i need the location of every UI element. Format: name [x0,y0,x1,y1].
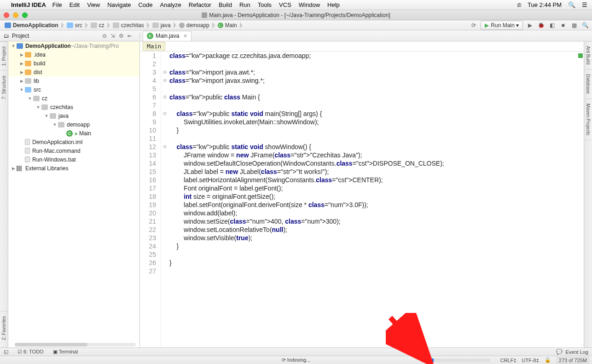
disclosure-triangle-icon[interactable]: ▼ [36,105,41,110]
disclosure-triangle-icon[interactable]: ▼ [28,96,32,101]
disclosure-triangle-icon[interactable]: ▼ [44,114,49,118]
expand-icon[interactable]: ⇲ [110,33,115,39]
disclosure-triangle-icon[interactable]: ▼ [52,122,57,127]
tree-row[interactable]: ▶lib [8,76,139,85]
tree-label: cz [42,95,47,102]
disclosure-triangle-icon[interactable]: ▶ [19,61,24,66]
close-window-button[interactable] [4,12,9,18]
debug-button[interactable]: 🐞 [537,21,545,29]
tree-label: External Libraries [25,165,68,172]
disclosure-triangle-icon[interactable]: ▶ [19,79,24,83]
clock[interactable]: Tue 2:44 PM [528,1,562,8]
code-editor[interactable]: Main 1 2 3 4 5 6 7 8 9 10 11 12 13 14 15… [140,41,584,347]
tab-event-log[interactable]: Event Log [565,349,588,355]
tree-row[interactable]: ▼java [8,111,139,120]
tree-row[interactable]: Run-Windows.bat [8,155,139,164]
line-separator[interactable]: CRLF‡ [500,358,517,363]
tab-ant-build[interactable]: Ant Build [585,41,592,69]
run-config-selector[interactable]: ▶Run Main ▾ [481,21,523,30]
tree-row[interactable]: ▼demoapp [8,120,139,129]
fold-gutter[interactable]: ⊖ ⊖ ⊖ ⊖ ⊖ [161,52,168,347]
tab-favorites[interactable]: 2: Favorites [0,311,7,345]
line-number-gutter[interactable]: 1 2 3 4 5 6 7 8 9 10 11 12 13 14 15 16 1… [140,52,161,347]
menu-view[interactable]: View [87,1,100,8]
tree-row[interactable]: ▼czechitas [8,103,139,111]
readonly-lock-icon[interactable]: 🔓 [545,357,551,363]
breadcrumb-demoapplication[interactable]: DemoApplication [3,21,61,29]
tab-maven[interactable]: Maven Projects [585,99,592,140]
breadcrumb-cz[interactable]: cz [89,21,107,29]
tab-structure[interactable]: 7: Structure [0,70,7,104]
sync-icon[interactable]: ⟳ [470,21,478,29]
tab-terminal[interactable]: ▣ Terminal [53,349,78,355]
tree-label: Main [79,130,91,137]
breadcrumb-src[interactable]: src [65,21,85,29]
menu-help[interactable]: Help [327,1,340,8]
folder-icon [113,23,119,28]
tree-row[interactable]: ▶build [8,59,139,68]
menu-list-icon[interactable]: ☰ [582,1,587,8]
tab-todo[interactable]: ☑ 6: TODO [17,349,44,355]
left-toolwindow-stripe: 1: Project 7: Structure 2: Favorites [0,41,8,347]
menu-edit[interactable]: Edit [70,1,80,8]
menu-refactor[interactable]: Refactor [189,1,211,8]
screen-share-icon[interactable]: ⎚ [517,1,521,8]
breadcrumb-demoapp[interactable]: demoapp [177,21,212,29]
macos-menubar: IntelliJ IDEA File Edit View Navigate Co… [0,0,592,10]
tree-horizontal-scrollbar[interactable] [15,343,136,347]
project-tree[interactable]: ▼DemoApplication ~/Java-Training/Pro▶.id… [8,41,140,347]
menu-analyze[interactable]: Analyze [160,1,181,8]
disclosure-triangle-icon[interactable]: ▼ [11,44,16,48]
editor-crumb-main[interactable]: Main [143,42,165,51]
tree-row[interactable]: ▼src [8,85,139,94]
code-text[interactable]: class="kw">package cz.czechitas.java.dem… [168,52,444,347]
disclosure-triangle-icon[interactable]: ▶ [19,70,24,75]
disclosure-triangle-icon[interactable]: ▶ [19,52,24,57]
event-log-icon[interactable]: 💬 [556,349,563,355]
menu-window[interactable]: Window [299,1,320,8]
module-icon [5,23,11,28]
tree-row[interactable]: ▼cz [8,94,139,103]
collapse-all-icon[interactable]: ⊖ [102,33,107,39]
inspection-status-icon[interactable] [578,53,583,58]
tree-row[interactable]: DemoApplication.iml [8,138,139,146]
hide-toolwindow-icon[interactable]: ⇤ [128,33,132,39]
menu-build[interactable]: Build [219,1,232,8]
tree-row[interactable]: ▶dist [8,68,139,76]
coverage-button[interactable]: ◧ [548,21,556,29]
tree-row[interactable]: ▶External Libraries [8,164,139,173]
zoom-window-button[interactable] [22,12,28,18]
tab-database[interactable]: Database [585,69,592,99]
run-button[interactable]: ▶ [526,21,534,29]
class-icon: C [66,130,73,137]
menu-file[interactable]: File [52,1,62,8]
bottom-corner-icon[interactable]: ◱ [4,349,8,355]
menu-navigate[interactable]: Navigate [107,1,131,8]
app-name[interactable]: IntelliJ IDEA [11,1,46,8]
minimize-window-button[interactable] [13,12,18,18]
tab-project[interactable]: 1: Project [0,41,7,70]
menu-vcs[interactable]: VCS [279,1,291,8]
editor-tab-main[interactable]: C Main.java ✕ [143,31,192,41]
tree-row[interactable]: C▸Main [8,129,139,138]
tree-row[interactable]: Run-Mac.command [8,146,139,155]
spotlight-icon[interactable]: 🔍 [568,1,575,8]
menu-tools[interactable]: Tools [258,1,272,8]
tree-row[interactable]: ▶.idea [8,50,139,59]
tree-row[interactable]: ▼DemoApplication ~/Java-Training/Pro [8,41,139,50]
breadcrumb-main[interactable]: CMain [216,21,240,29]
menu-code[interactable]: Code [138,1,152,8]
breadcrumb-czechitas[interactable]: czechitas [111,21,147,29]
memory-indicator[interactable]: 273 of 725M [557,357,589,364]
menu-run[interactable]: Run [239,1,250,8]
breadcrumb-java[interactable]: java [151,21,174,29]
disclosure-triangle-icon[interactable]: ▼ [19,87,24,92]
disclosure-triangle-icon[interactable]: ▶ [11,166,16,171]
search-everywhere-icon[interactable]: 🔍 [581,21,589,29]
close-tab-icon[interactable]: ✕ [183,33,187,39]
stop-button[interactable]: ■ [559,21,567,29]
progress-bar[interactable] [421,358,490,362]
file-encoding[interactable]: UTF-8‡ [522,358,539,363]
settings-gear-icon[interactable]: ⚙ [119,33,124,39]
layout-icon[interactable]: ▦ [570,21,578,29]
